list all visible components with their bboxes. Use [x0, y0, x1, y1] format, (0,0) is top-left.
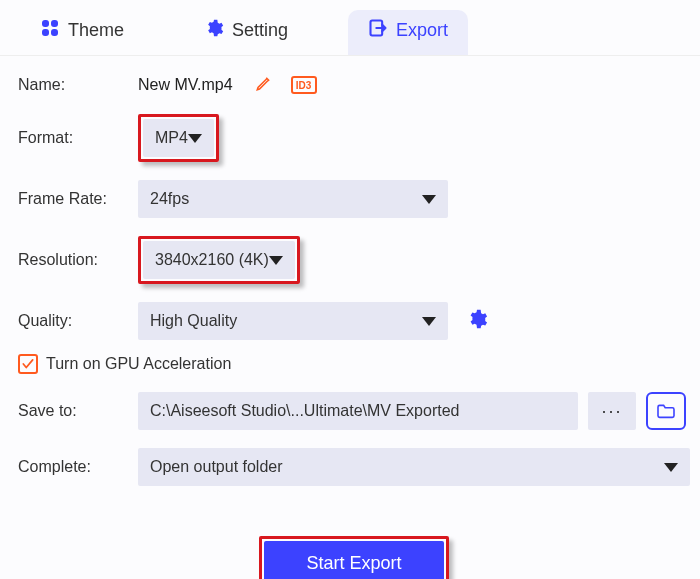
chevron-down-icon — [422, 317, 436, 326]
name-label: Name: — [18, 76, 138, 94]
chevron-down-icon — [422, 195, 436, 204]
complete-value: Open output folder — [150, 458, 283, 476]
tab-export-label: Export — [396, 20, 448, 41]
theme-icon — [40, 18, 60, 43]
more-button[interactable]: ··· — [588, 392, 636, 430]
saveto-label: Save to: — [18, 402, 138, 420]
quality-label: Quality: — [18, 312, 138, 330]
quality-settings-icon[interactable] — [466, 308, 488, 334]
format-highlight: MP4 — [138, 114, 219, 162]
tab-setting-label: Setting — [232, 20, 288, 41]
svg-rect-0 — [42, 20, 49, 27]
start-export-button[interactable]: Start Export — [264, 541, 444, 579]
tab-export[interactable]: Export — [348, 10, 468, 55]
tab-theme[interactable]: Theme — [20, 10, 144, 55]
gpu-checkbox[interactable] — [18, 354, 38, 374]
id3-icon[interactable]: ID3 — [291, 76, 317, 94]
export-form: Name: New MV.mp4 ID3 Format: MP4 Frame R… — [0, 56, 700, 579]
export-button-highlight: Start Export — [259, 536, 449, 579]
filename-text: New MV.mp4 — [138, 76, 233, 94]
framerate-label: Frame Rate: — [18, 190, 138, 208]
export-icon — [368, 18, 388, 43]
svg-rect-2 — [42, 29, 49, 36]
saveto-value: C:\Aiseesoft Studio\...Ultimate\MV Expor… — [150, 402, 459, 420]
resolution-select[interactable]: 3840x2160 (4K) — [143, 241, 295, 279]
tab-setting[interactable]: Setting — [184, 10, 308, 55]
gear-icon — [204, 18, 224, 43]
format-value: MP4 — [155, 129, 188, 147]
framerate-select[interactable]: 24fps — [138, 180, 448, 218]
complete-select[interactable]: Open output folder — [138, 448, 690, 486]
resolution-label: Resolution: — [18, 251, 138, 269]
saveto-field[interactable]: C:\Aiseesoft Studio\...Ultimate\MV Expor… — [138, 392, 578, 430]
framerate-value: 24fps — [150, 190, 189, 208]
chevron-down-icon — [188, 134, 202, 143]
tab-bar: Theme Setting Export — [0, 0, 700, 56]
open-folder-button[interactable] — [646, 392, 686, 430]
chevron-down-icon — [269, 256, 283, 265]
format-label: Format: — [18, 129, 138, 147]
chevron-down-icon — [664, 463, 678, 472]
quality-select[interactable]: High Quality — [138, 302, 448, 340]
edit-name-icon[interactable] — [255, 74, 273, 96]
svg-rect-1 — [51, 20, 58, 27]
resolution-highlight: 3840x2160 (4K) — [138, 236, 300, 284]
resolution-value: 3840x2160 (4K) — [155, 251, 269, 269]
svg-rect-3 — [51, 29, 58, 36]
tab-theme-label: Theme — [68, 20, 124, 41]
complete-label: Complete: — [18, 458, 138, 476]
gpu-label: Turn on GPU Acceleration — [46, 355, 231, 373]
quality-value: High Quality — [150, 312, 237, 330]
format-select[interactable]: MP4 — [143, 119, 214, 157]
